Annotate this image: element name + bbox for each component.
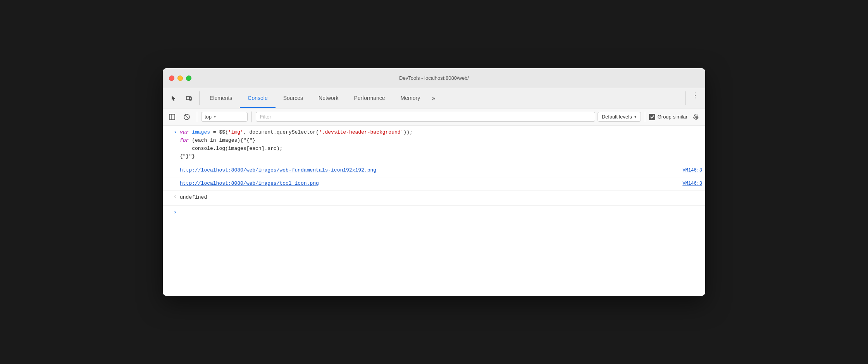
show-console-sidebar-button[interactable] (166, 111, 178, 123)
code-line-3: console.log(images[each].src); (180, 145, 702, 153)
svg-point-7 (695, 116, 697, 118)
output-link-body-1: http://localhost:8080/web/images/web-fun… (180, 165, 705, 176)
toolbar-separator (199, 91, 200, 105)
tab-more-button[interactable]: » (428, 88, 439, 108)
execution-context-selector[interactable]: top ▾ (201, 112, 248, 122)
console-settings-button[interactable] (690, 111, 702, 123)
traffic-lights (169, 76, 191, 81)
group-similar-toggle[interactable]: Group similar (649, 114, 687, 120)
console-toolbar-sep2 (251, 112, 252, 122)
code-line-4: {"}"} (180, 153, 702, 161)
svg-rect-3 (169, 114, 175, 120)
window-title: DevTools - localhost:8080/web/ (399, 75, 469, 81)
tab-sources[interactable]: Sources (276, 88, 311, 108)
output-url-2[interactable]: http://localhost:8080/web/images/tool_ic… (180, 180, 319, 188)
code-line-1: var images = $$('img', document.querySel… (180, 129, 702, 137)
console-output-link-1: http://localhost:8080/web/images/web-fun… (163, 164, 705, 177)
close-button[interactable] (169, 76, 174, 81)
output-source-2[interactable]: VM146:3 (683, 180, 702, 187)
output-gutter-2 (163, 178, 180, 180)
console-toolbar-sep (197, 112, 197, 122)
output-link-row-1[interactable]: http://localhost:8080/web/images/web-fun… (180, 167, 702, 175)
console-input-entry: › var images = $$('img', document.queryS… (163, 125, 705, 164)
output-source-1[interactable]: VM146:3 (683, 167, 702, 174)
devtools-menu-button[interactable]: ⋮ (688, 88, 702, 102)
context-dropdown-arrow: ▾ (214, 115, 216, 119)
tab-network[interactable]: Network (311, 88, 346, 108)
devtools-window: DevTools - localhost:8080/web/ Elements … (163, 68, 705, 296)
tab-console[interactable]: Console (240, 88, 275, 108)
console-output: › var images = $$('img', document.queryS… (163, 125, 705, 296)
prompt-arrow: › (163, 209, 180, 215)
console-prompt-input[interactable] (180, 211, 705, 213)
tab-memory[interactable]: Memory (393, 88, 428, 108)
undefined-value: undefined (180, 192, 705, 203)
group-similar-checkbox[interactable] (649, 114, 655, 120)
console-output-link-2: http://localhost:8080/web/images/tool_ic… (163, 177, 705, 191)
input-code: var images = $$('img', document.querySel… (180, 127, 705, 162)
console-prompt-line: › (163, 205, 705, 219)
log-levels-button[interactable]: Default levels ▾ (598, 112, 641, 122)
console-toolbar-sep3 (645, 112, 645, 122)
maximize-button[interactable] (186, 76, 191, 81)
output-gutter-1 (163, 165, 180, 167)
device-toolbar-button[interactable] (181, 88, 197, 108)
input-arrow: › (163, 127, 180, 135)
tab-elements[interactable]: Elements (202, 88, 240, 108)
output-link-body-2: http://localhost:8080/web/images/tool_ic… (180, 178, 705, 189)
titlebar: DevTools - localhost:8080/web/ (163, 68, 705, 88)
toolbar-separator-right (685, 91, 686, 105)
code-line-2: for (each in images){"{"} (180, 137, 702, 145)
minimize-button[interactable] (177, 76, 183, 81)
output-link-row-2[interactable]: http://localhost:8080/web/images/tool_ic… (180, 180, 702, 188)
levels-dropdown-arrow: ▾ (634, 114, 637, 119)
tab-performance[interactable]: Performance (346, 88, 393, 108)
nav-tabs: Elements Console Sources Network Perform… (202, 88, 683, 108)
undefined-text: undefined (180, 194, 207, 200)
console-output-undefined: ‹ undefined (163, 191, 705, 205)
svg-line-6 (185, 115, 189, 119)
output-url-1[interactable]: http://localhost:8080/web/images/web-fun… (180, 167, 376, 175)
output-arrow-undefined: ‹ (163, 192, 180, 199)
console-filter-input[interactable] (256, 112, 595, 122)
inspect-element-button[interactable] (166, 88, 181, 108)
console-toolbar: top ▾ Default levels ▾ Group similar (163, 108, 705, 125)
clear-console-button[interactable] (181, 111, 193, 123)
tab-bar: Elements Console Sources Network Perform… (163, 88, 705, 108)
